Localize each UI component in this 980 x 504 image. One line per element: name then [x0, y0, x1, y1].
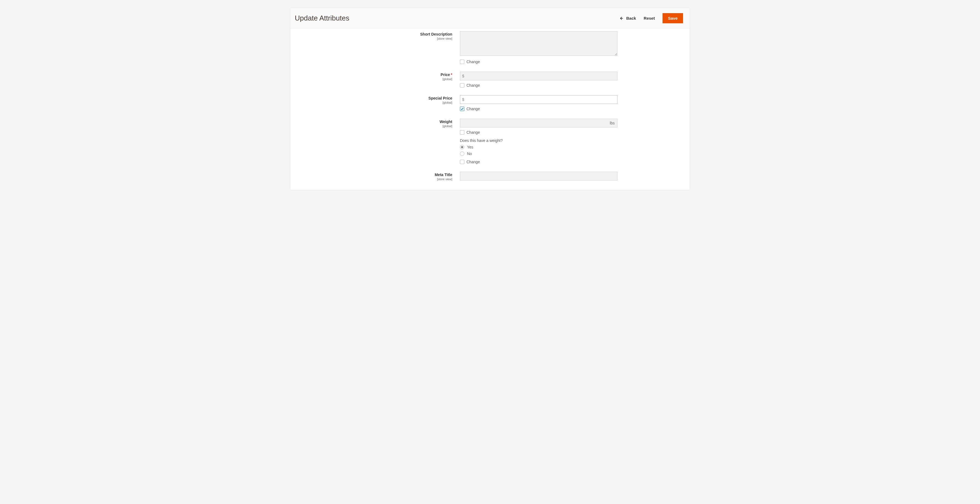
back-button-label: Back	[626, 16, 636, 21]
field-price: Price* [global] $ Change	[290, 72, 690, 87]
field-short-description: Short Description [store view] Change	[290, 31, 690, 64]
meta-title-scope: [store view]	[290, 178, 452, 181]
short-description-scope: [store view]	[290, 37, 452, 40]
weight-radio-no-label: No	[467, 151, 472, 156]
save-button[interactable]: Save	[663, 13, 683, 23]
special-price-change-checkbox[interactable]	[460, 107, 464, 111]
special-price-scope: [global]	[290, 101, 452, 104]
short-description-change-checkbox[interactable]	[460, 60, 464, 64]
weight-has-change-checkbox[interactable]	[460, 160, 464, 164]
price-change-checkbox[interactable]	[460, 83, 464, 87]
meta-title-input[interactable]	[460, 172, 617, 180]
header-actions: Back Reset Save	[619, 13, 683, 23]
arrow-left-icon	[619, 16, 624, 21]
special-price-label: Special Price	[428, 96, 452, 100]
price-scope: [global]	[290, 77, 452, 81]
short-description-input[interactable]	[460, 31, 617, 56]
weight-radio-yes[interactable]	[460, 145, 464, 149]
price-input[interactable]	[460, 72, 617, 80]
short-description-label: Short Description	[420, 32, 452, 37]
weight-label: Weight	[440, 119, 452, 124]
page-title: Update Attributes	[295, 14, 349, 22]
weight-radio-yes-label: Yes	[467, 145, 473, 149]
field-meta-title: Meta Title [store view]	[290, 172, 690, 181]
page-card: Update Attributes Back Reset Save Short …	[290, 8, 690, 190]
required-star-icon: *	[451, 73, 452, 77]
field-special-price: Special Price [global] $ Change	[290, 95, 690, 111]
weight-scope: [global]	[290, 124, 452, 128]
price-change-label: Change	[466, 83, 480, 87]
weight-has-change-label: Change	[466, 160, 480, 164]
weight-question: Does this have a weight?	[460, 138, 617, 143]
weight-input[interactable]	[460, 119, 617, 127]
reset-button[interactable]: Reset	[644, 16, 655, 21]
page-header: Update Attributes Back Reset Save	[290, 8, 690, 29]
price-label: Price*	[441, 73, 452, 77]
meta-title-label: Meta Title	[435, 173, 452, 177]
check-icon	[460, 107, 464, 110]
weight-change-checkbox[interactable]	[460, 130, 464, 135]
special-price-input[interactable]	[460, 95, 617, 104]
weight-change-label: Change	[466, 130, 480, 135]
field-weight: Weight [global] lbs Change Does this hav…	[290, 119, 690, 164]
form-content: Short Description [store view] Change Pr…	[290, 29, 690, 190]
short-description-change-label: Change	[466, 60, 480, 64]
weight-radio-no[interactable]	[460, 151, 464, 156]
back-button[interactable]: Back	[619, 16, 636, 21]
special-price-change-label: Change	[466, 107, 480, 111]
